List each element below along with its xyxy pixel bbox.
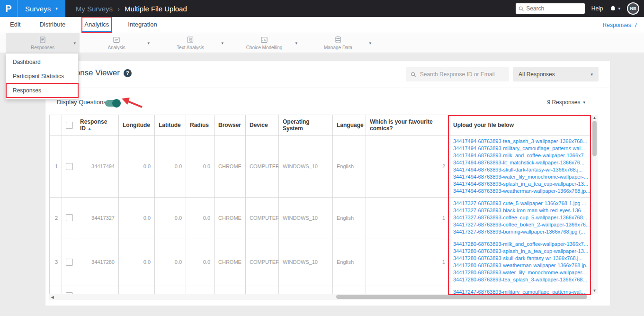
- scroll-left-icon[interactable]: ◀: [49, 295, 55, 300]
- toggle-knob: [112, 99, 121, 108]
- scroll-down-icon[interactable]: ▼: [591, 288, 598, 293]
- uploaded-file-link[interactable]: 34417280-68763893-tea_splash_3-wallpaper…: [453, 276, 587, 283]
- table-row: 1 34417494 0.0 0.0 0.0 CHROME COMPUTER W…: [50, 135, 591, 198]
- language-cell: English: [333, 238, 366, 286]
- response-viewer-card: Response Viewer ? All Responses ▾ Displa…: [45, 61, 610, 306]
- uploaded-file-link[interactable]: 34417327-68763893-coffee_bokeh_2-wallpap…: [453, 221, 587, 228]
- response-filter-dropdown[interactable]: All Responses ▾: [513, 67, 599, 81]
- uploaded-file-link[interactable]: 34417247-68763893-military_camouflage_pa…: [453, 289, 587, 294]
- menu-item-participant-statistics[interactable]: Participant Statistics: [6, 69, 78, 83]
- uploaded-file-link[interactable]: 34417280-68763893-skull-dark-fantasy-wr-…: [453, 255, 587, 262]
- notifications-button[interactable]: ▾: [609, 5, 620, 12]
- toolbar-analysis[interactable]: Analysis ▾: [80, 33, 153, 53]
- header-device[interactable]: Device: [246, 115, 279, 135]
- header-longitude[interactable]: Longitude: [119, 115, 155, 135]
- uploaded-file-link[interactable]: 34417327-68763893-burning-wallpaper-1366…: [453, 228, 587, 235]
- menu-item-dashboard[interactable]: Dashboard: [6, 55, 78, 69]
- response-table: Response ID▲ Longitude Latitude Radius B…: [49, 115, 591, 294]
- row-checkbox-cell: [62, 238, 76, 286]
- uploaded-file-link[interactable]: 34417494-68763893-water_lily_monochrome-…: [453, 173, 587, 181]
- display-questions-toggle[interactable]: [105, 100, 119, 107]
- device-cell: COMPUTER: [246, 238, 279, 286]
- header-comics-question[interactable]: Which is your favourite comics?: [366, 115, 449, 135]
- breadcrumb-my-surveys[interactable]: My Surveys: [76, 5, 113, 13]
- uploaded-file-link[interactable]: 34417494-68763893-skull-dark-fantasy-wr-…: [453, 166, 587, 173]
- breadcrumb-current-survey: Multiple File Upload: [125, 5, 187, 13]
- scroll-up-icon[interactable]: ▲: [591, 115, 598, 120]
- header-upload-file[interactable]: Upload your file below: [449, 115, 591, 135]
- vertical-scrollbar-thumb[interactable]: [592, 121, 597, 156]
- help-circle-icon[interactable]: ?: [124, 69, 132, 77]
- toolbar-responses[interactable]: Responses ▾: [6, 33, 80, 53]
- toolbar-label: Text Analysis: [177, 45, 204, 50]
- row-checkbox[interactable]: [66, 163, 73, 170]
- response-filter-label: All Responses: [519, 71, 555, 78]
- global-search[interactable]: [516, 3, 585, 14]
- uploaded-file-link[interactable]: 34417494-68763893-military_camouflage_pa…: [453, 145, 587, 152]
- response-search[interactable]: [406, 67, 509, 81]
- row-index: [50, 286, 62, 294]
- select-all-checkbox[interactable]: [66, 122, 73, 129]
- row-checkbox[interactable]: [66, 214, 73, 221]
- help-link[interactable]: Help: [591, 5, 603, 12]
- tab-distribute[interactable]: Distribute: [37, 17, 68, 33]
- latitude-cell: 0.0: [155, 238, 186, 286]
- longitude-cell: 0.0: [119, 135, 155, 198]
- avatar[interactable]: NB: [627, 2, 639, 15]
- browser-cell: [215, 286, 246, 294]
- response-search-input[interactable]: [420, 71, 504, 78]
- toolbar-text-analysis[interactable]: Text Analysis ▾: [153, 33, 227, 53]
- header-latitude[interactable]: Latitude: [155, 115, 186, 135]
- header-radius[interactable]: Radius: [186, 115, 215, 135]
- device-cell: COMPUTER: [246, 135, 279, 198]
- analytics-toolbar: Responses ▾ Analysis ▾ Text Analysis ▾ C…: [0, 33, 644, 53]
- chevron-down-icon: ▾: [369, 41, 371, 45]
- bell-icon: [609, 5, 617, 12]
- os-cell: WINDOWS_10: [279, 238, 333, 286]
- uploaded-file-link[interactable]: 34417327-68763893-cute_5-wallpaper-1366x…: [453, 200, 587, 207]
- uploaded-file-link[interactable]: 34417494-68763893-splash_in_a_tea_cup-wa…: [453, 181, 587, 188]
- uploaded-file-link[interactable]: 34417280-68763893-milk_and_coffee-wallpa…: [453, 241, 587, 248]
- header-browser[interactable]: Browser: [215, 115, 246, 135]
- header-response-id[interactable]: Response ID▲: [76, 115, 119, 135]
- tab-analytics[interactable]: Analytics: [82, 17, 111, 33]
- uploaded-file-link[interactable]: 34417494-68763893-tea_splash_3-wallpaper…: [453, 138, 587, 145]
- analysis-icon: [113, 36, 120, 44]
- menu-item-responses[interactable]: Responses: [6, 83, 78, 98]
- uploaded-file-link[interactable]: 34417494-68763893-milk_and_coffee-wallpa…: [453, 152, 587, 159]
- response-id-cell: 34417494: [76, 135, 119, 198]
- tab-edit[interactable]: Edit: [8, 17, 23, 33]
- vertical-scrollbar[interactable]: ▲ ▼: [591, 115, 598, 294]
- chevron-down-icon: ▾: [618, 7, 620, 11]
- uploaded-file-link[interactable]: 34417494-68763893-weatherman-wallpaper-1…: [453, 188, 587, 195]
- uploaded-file-link[interactable]: 34417280-68763893-splash_in_a_tea_cup-wa…: [453, 248, 587, 255]
- horizontal-scrollbar[interactable]: ◀: [49, 294, 591, 300]
- uploaded-file-link[interactable]: 34417327-68763893-coffee_cup_5-wallpaper…: [453, 214, 587, 221]
- row-checkbox[interactable]: [66, 259, 73, 266]
- survey-nav-tabs: Edit Distribute Analytics Integration Re…: [0, 17, 644, 33]
- uploaded-file-link[interactable]: 34417327-68763893-black-iron-man-with-re…: [453, 207, 587, 214]
- table-row: 3 34417280 0.0 0.0 0.0 CHROME COMPUTER W…: [50, 238, 591, 286]
- uploaded-file-link[interactable]: 34417280-68763893-water_lily_monochrome-…: [453, 269, 587, 276]
- surveys-menu-button[interactable]: Surveys ▾: [18, 0, 65, 17]
- app-logo[interactable]: P: [0, 0, 18, 17]
- chevron-down-icon: ▾: [221, 41, 224, 45]
- toolbar-label: Analysis: [107, 45, 125, 50]
- toolbar-choice-modelling[interactable]: Choice Modelling ▾: [227, 33, 301, 53]
- tab-integration[interactable]: Integration: [125, 17, 159, 33]
- horizontal-scrollbar-thumb[interactable]: [336, 295, 587, 299]
- responses-icon: [39, 36, 46, 44]
- surveys-menu-label: Surveys: [25, 5, 51, 13]
- header-index: [50, 115, 62, 135]
- table-row: 2 34417327 0.0 0.0 0.0 CHROME COMPUTER W…: [50, 198, 591, 238]
- header-language[interactable]: Language: [333, 115, 366, 135]
- toolbar-manage-data[interactable]: Manage Data ▾: [301, 33, 375, 53]
- uploaded-file-link[interactable]: 34417494-68763893-lit_matchstick-wallpap…: [453, 159, 587, 166]
- toolbar-label: Manage Data: [324, 45, 352, 50]
- global-search-input[interactable]: [526, 5, 582, 12]
- chevron-down-icon: ▾: [55, 7, 58, 11]
- uploaded-file-link[interactable]: 34417280-68763893-weatherman-wallpaper-1…: [453, 262, 587, 269]
- responses-count-dropdown[interactable]: 9 Responses ▾: [547, 99, 585, 106]
- response-id-cell: 34417327: [76, 198, 119, 238]
- header-operating-system[interactable]: Operating System: [279, 115, 333, 135]
